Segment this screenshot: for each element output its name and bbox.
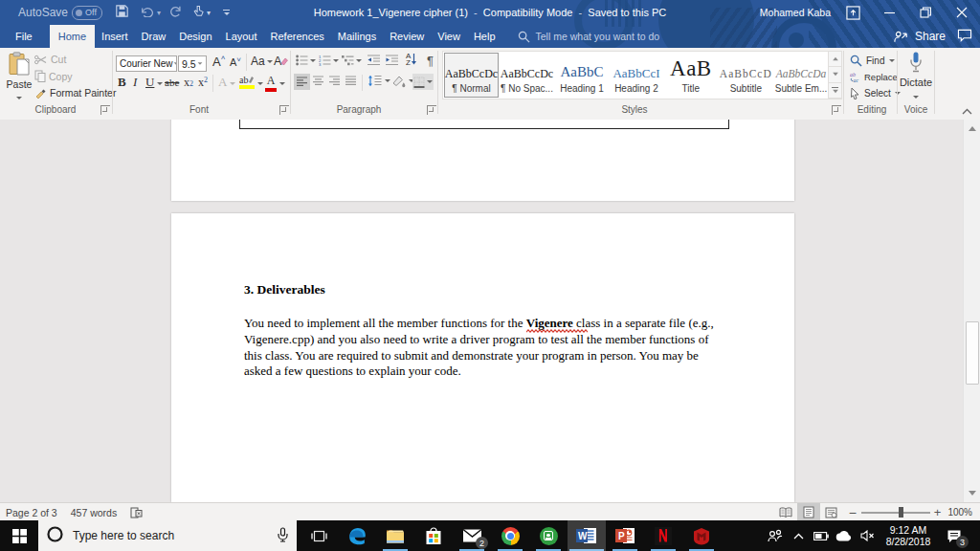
superscript-button[interactable]: x2 (198, 76, 208, 90)
tab-review[interactable]: Review (383, 25, 431, 48)
tab-help[interactable]: Help (467, 25, 502, 48)
styles-scroll-down-button[interactable] (829, 67, 841, 82)
style-subtle-emphasis[interactable]: AaBbCcDa Subtle Em... (774, 53, 828, 98)
onedrive-tray-button[interactable] (833, 520, 856, 551)
styles-scroll-up-button[interactable] (829, 52, 841, 67)
font-color-button[interactable]: A (265, 74, 277, 92)
battery-indicator[interactable] (810, 520, 833, 551)
italic-button[interactable]: I (133, 75, 137, 90)
bold-button[interactable]: B (118, 75, 126, 90)
taskbar-search-box[interactable]: Type here to search (38, 520, 297, 551)
scroll-down-button[interactable] (964, 486, 980, 500)
find-button[interactable]: Find (850, 55, 895, 67)
document-scrollbar[interactable] (963, 120, 980, 502)
start-button[interactable] (0, 520, 38, 551)
underline-button[interactable]: U (145, 75, 154, 90)
taskbar-store[interactable] (414, 520, 453, 551)
tab-home[interactable]: Home (50, 25, 95, 48)
line-spacing-button[interactable] (368, 75, 390, 87)
justify-button[interactable] (345, 76, 357, 88)
dictate-button[interactable]: Dictate (898, 52, 934, 99)
page-1[interactable] (171, 120, 794, 201)
tab-design[interactable]: Design (172, 25, 218, 48)
scrollbar-thumb[interactable] (966, 321, 979, 385)
copy-button[interactable]: Copy (34, 70, 73, 82)
tell-me-search[interactable]: Tell me what you want to do (518, 25, 660, 48)
taskbar-word-active[interactable]: W (568, 520, 606, 551)
tab-file[interactable]: File (6, 25, 42, 48)
show-hidden-icons-button[interactable] (787, 520, 810, 551)
strikethrough-button[interactable]: abe (165, 77, 179, 88)
comments-button[interactable] (957, 29, 972, 45)
cut-button[interactable]: Cut (34, 54, 66, 65)
tab-draw[interactable]: Draw (135, 25, 173, 48)
zoom-in-button[interactable]: + (934, 505, 942, 519)
tab-mailings[interactable]: Mailings (331, 25, 383, 48)
collapse-ribbon-button[interactable] (962, 105, 972, 117)
zoom-slider[interactable] (861, 503, 930, 521)
paste-button[interactable]: Paste (6, 52, 33, 101)
print-layout-button[interactable] (797, 503, 820, 521)
highlight-button[interactable]: ab (239, 75, 255, 89)
search-mic-icon[interactable] (278, 527, 288, 545)
tab-view[interactable]: View (431, 25, 467, 48)
page1-table-box[interactable] (239, 120, 729, 129)
page-2[interactable]: 3. Deliverables You need to implement al… (171, 213, 794, 502)
text-effects-button[interactable]: A (218, 75, 235, 90)
taskbar-netflix[interactable] (644, 520, 682, 551)
bullets-caret[interactable] (310, 59, 316, 62)
page-indicator[interactable]: Page 2 of 3 (6, 507, 57, 518)
task-view-button[interactable] (300, 520, 338, 551)
tab-insert[interactable]: Insert (95, 25, 135, 48)
word-count[interactable]: 457 words (71, 507, 117, 518)
web-layout-button[interactable] (820, 503, 843, 521)
format-painter-button[interactable]: Format Painter (34, 86, 116, 99)
style-title[interactable]: AaB Title (664, 53, 718, 98)
underline-caret[interactable] (157, 82, 163, 85)
style-heading-2[interactable]: AaBbCcI Heading 2 (610, 53, 663, 98)
align-right-button[interactable] (329, 76, 341, 88)
style-no-spacing[interactable]: AaBbCcDc ¶ No Spac... (500, 53, 554, 98)
close-button[interactable] (944, 0, 980, 25)
clear-formatting-button[interactable]: A (274, 55, 288, 68)
clipboard-dialog-launcher[interactable] (100, 105, 110, 115)
tab-references[interactable]: References (264, 25, 331, 48)
paragraph-dialog-launcher[interactable] (427, 105, 436, 115)
change-case-button[interactable]: Aa (251, 55, 273, 68)
shading-button[interactable] (391, 75, 414, 88)
taskbar-clock[interactable]: 9:12 AM 8/28/2018 (879, 524, 938, 547)
taskbar-edge[interactable] (338, 520, 376, 551)
volume-muted-button[interactable] (856, 520, 879, 551)
ribbon-display-options-button[interactable] (835, 0, 871, 25)
subscript-button[interactable]: x2 (184, 76, 193, 90)
taskbar-mcafee[interactable] (682, 520, 721, 551)
increase-indent-button[interactable] (386, 55, 399, 68)
account-user-name[interactable]: Mohamed Kaba (760, 0, 831, 25)
taskbar-chrome[interactable] (491, 520, 529, 551)
decrease-indent-button[interactable] (368, 55, 381, 68)
highlight-caret[interactable] (257, 82, 263, 85)
font-size-combo[interactable]: 9.5 (178, 55, 207, 72)
font-dialog-launcher[interactable] (279, 105, 289, 115)
read-mode-button[interactable] (774, 503, 797, 521)
tab-layout[interactable]: Layout (219, 25, 264, 48)
numbering-button[interactable]: 1 2 3 (319, 55, 331, 68)
grow-font-button[interactable]: A˄ (212, 54, 225, 69)
document-canvas[interactable]: 3. Deliverables You need to implement al… (0, 120, 980, 502)
align-center-button[interactable] (313, 76, 324, 88)
restore-button[interactable] (907, 0, 944, 25)
font-color-caret[interactable] (279, 82, 285, 85)
bullets-button[interactable] (296, 55, 308, 68)
taskbar-powerpoint[interactable]: P (606, 520, 644, 551)
style-heading-1[interactable]: AaBbC Heading 1 (555, 53, 609, 98)
style-subtitle[interactable]: AaBbCcD Subtitle (719, 53, 773, 98)
multilevel-caret[interactable] (356, 59, 362, 62)
minimize-button[interactable] (871, 0, 907, 25)
select-button[interactable]: Select (850, 87, 901, 99)
taskbar-file-explorer[interactable] (376, 520, 414, 551)
multilevel-list-button[interactable] (342, 55, 354, 68)
shrink-font-button[interactable]: A˅ (230, 55, 241, 68)
zoom-slider-thumb[interactable] (899, 507, 903, 518)
styles-dialog-launcher[interactable] (832, 105, 841, 115)
numbering-caret[interactable] (333, 59, 339, 62)
